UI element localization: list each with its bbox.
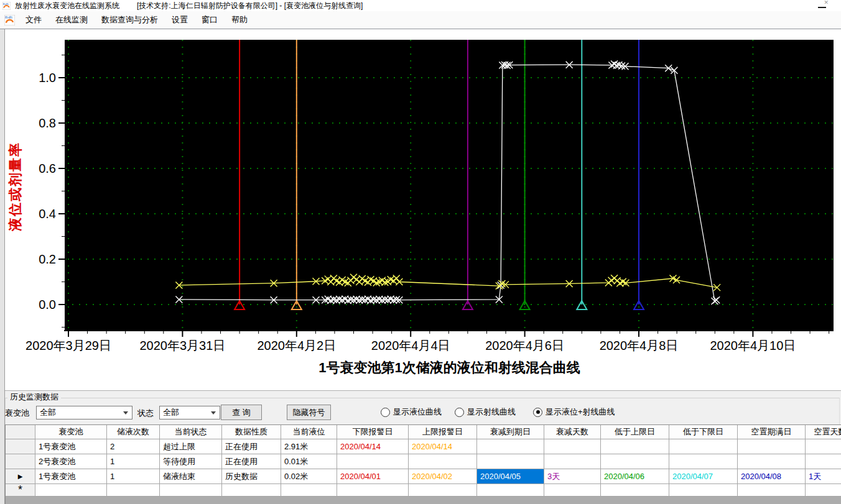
table-cell[interactable]	[601, 439, 669, 454]
row-selector[interactable]	[6, 439, 35, 454]
table-header-cell[interactable]: 下限报警日	[337, 425, 409, 439]
table-cell[interactable]	[544, 454, 601, 469]
status-select[interactable]: 全部	[159, 406, 220, 419]
decay-pool-chart: 2020年3月29日2020年3月31日2020年4月2日2020年4月4日20…	[0, 29, 841, 390]
table-cell[interactable]	[806, 484, 841, 497]
radio-label: 显示液位+射线曲线	[546, 406, 615, 418]
status-filter-label: 状态	[137, 408, 154, 419]
table-cell[interactable]	[337, 454, 409, 469]
pool-select[interactable]: 全部	[36, 406, 132, 419]
table-row: ▶1号衰变池1储液结束历史数据0.02米2020/04/012020/04/02…	[6, 469, 841, 484]
menu-bar: RnRi 文件在线监测数据查询与分析设置窗口帮助	[0, 11, 841, 29]
table-cell[interactable]: 2020/04/01	[337, 469, 409, 484]
table-header-cell[interactable]: 衰变池	[35, 425, 107, 439]
table-header-cell[interactable]: 衰减到期日	[477, 425, 544, 439]
table-header-cell[interactable]: 当前状态	[160, 425, 222, 439]
table-cell[interactable]	[738, 454, 806, 469]
table-cell[interactable]: 2020/04/06	[601, 469, 669, 484]
table-cell[interactable]	[806, 454, 841, 469]
table-header-cell[interactable]: 低于下限日	[669, 425, 738, 439]
query-button[interactable]: 查 询	[221, 405, 262, 420]
table-cell[interactable]	[477, 439, 544, 454]
table-cell[interactable]	[806, 439, 841, 454]
table-cell[interactable]: 2020/04/14	[337, 439, 409, 454]
child-window-icon[interactable]: RnRi	[4, 15, 15, 25]
table-cell[interactable]: 2号衰变池	[35, 454, 107, 469]
table-cell[interactable]	[544, 484, 601, 497]
table-cell[interactable]	[160, 484, 222, 497]
table-cell[interactable]: 1	[107, 469, 160, 484]
table-cell[interactable]: 1天	[806, 469, 841, 484]
table-cell[interactable]: 1	[107, 454, 160, 469]
menu-item-4[interactable]: 窗口	[195, 11, 225, 29]
table-cell[interactable]: 2020/04/14	[409, 439, 477, 454]
table-header-cell[interactable]: 空置期满日	[738, 425, 806, 439]
table-cell[interactable]: 正在使用	[222, 439, 281, 454]
table-cell[interactable]	[409, 484, 477, 497]
table-cell[interactable]	[669, 454, 738, 469]
table-header-cell[interactable]: 当前液位	[281, 425, 337, 439]
table-cell[interactable]: 2020/04/05	[477, 469, 544, 484]
hide-symbols-button[interactable]: 隐藏符号	[287, 405, 331, 420]
table-cell[interactable]: 1号衰变池	[35, 469, 107, 484]
table-cell[interactable]	[409, 454, 477, 469]
table-cell[interactable]	[222, 484, 281, 497]
table-cell[interactable]	[601, 484, 669, 497]
svg-text:2020年4月4日: 2020年4月4日	[371, 339, 450, 352]
radio-show-level-curve[interactable]: 显示液位曲线	[381, 406, 442, 418]
table-cell[interactable]	[738, 484, 806, 497]
table-header-cell[interactable]: 上限报警日	[409, 425, 477, 439]
table-cell[interactable]	[337, 484, 409, 497]
table-header-cell[interactable]: 低于上限日	[601, 425, 669, 439]
table-cell[interactable]	[477, 484, 544, 497]
table-cell[interactable]	[35, 484, 107, 497]
table-cell[interactable]	[669, 439, 738, 454]
chart-title: 1号衰变池第1次储液的液位和射线混合曲线	[318, 360, 580, 375]
table-header-cell[interactable]: 空置天数	[806, 425, 841, 439]
minimize-icon[interactable]	[818, 7, 826, 8]
table-cell[interactable]: 2.91米	[281, 439, 337, 454]
table-corner-cell	[6, 425, 35, 439]
svg-text:2020年4月2日: 2020年4月2日	[257, 339, 336, 352]
table-cell[interactable]: 3天	[544, 469, 601, 484]
table-cell[interactable]: 2020/04/02	[409, 469, 477, 484]
table-cell[interactable]: 储液结束	[160, 469, 222, 484]
table-cell[interactable]: 等待使用	[160, 454, 222, 469]
svg-text:2020年3月31日: 2020年3月31日	[139, 339, 225, 352]
table-cell[interactable]: 2020/04/08	[738, 469, 806, 484]
table-header-cell[interactable]: 数据性质	[222, 425, 281, 439]
svg-text:2020年4月8日: 2020年4月8日	[600, 339, 679, 352]
table-cell[interactable]	[669, 484, 738, 497]
table-cell[interactable]: 2	[107, 439, 160, 454]
row-selector[interactable]	[6, 454, 35, 469]
table-header-cell[interactable]: 衰减天数	[544, 425, 601, 439]
current-row-arrow[interactable]: ▶	[6, 469, 35, 484]
table-cell[interactable]	[281, 484, 337, 497]
menu-item-5[interactable]: 帮助	[225, 11, 254, 29]
svg-text:2020年4月6日: 2020年4月6日	[485, 339, 564, 352]
table-cell[interactable]	[544, 439, 601, 454]
table-cell[interactable]	[738, 439, 806, 454]
table-cell[interactable]: 历史数据	[222, 469, 281, 484]
new-row-indicator[interactable]: *	[6, 484, 35, 497]
table-cell[interactable]	[107, 484, 160, 497]
table-cell[interactable]	[601, 454, 669, 469]
table-cell[interactable]: 超过上限	[160, 439, 222, 454]
menu-item-2[interactable]: 数据查询与分析	[95, 11, 165, 29]
menu-item-0[interactable]: 文件	[19, 11, 49, 29]
table-cell[interactable]: 2020/04/07	[669, 469, 738, 484]
window-title: 放射性废水衰变池在线监测系统	[15, 1, 119, 11]
table-header-cell[interactable]: 储液次数	[107, 425, 160, 439]
table-cell[interactable]	[477, 454, 544, 469]
svg-text:0.0: 0.0	[39, 298, 56, 311]
table-cell[interactable]: 正在使用	[222, 454, 281, 469]
close-icon[interactable]: ✕	[824, 0, 829, 6]
table-cell[interactable]: 0.01米	[281, 454, 337, 469]
radio-show-level-ray-curve[interactable]: 显示液位+射线曲线	[533, 406, 615, 418]
radio-show-ray-curve[interactable]: 显示射线曲线	[455, 406, 516, 418]
menu-item-1[interactable]: 在线监测	[49, 11, 95, 29]
table-cell[interactable]: 1号衰变池	[35, 439, 107, 454]
table-cell[interactable]: 0.02米	[281, 469, 337, 484]
menu-item-3[interactable]: 设置	[165, 11, 195, 29]
title-bar: RnRi 放射性废水衰变池在线监测系统 [技术支持:上海仁日辐射防护设备有限公司…	[0, 0, 841, 12]
